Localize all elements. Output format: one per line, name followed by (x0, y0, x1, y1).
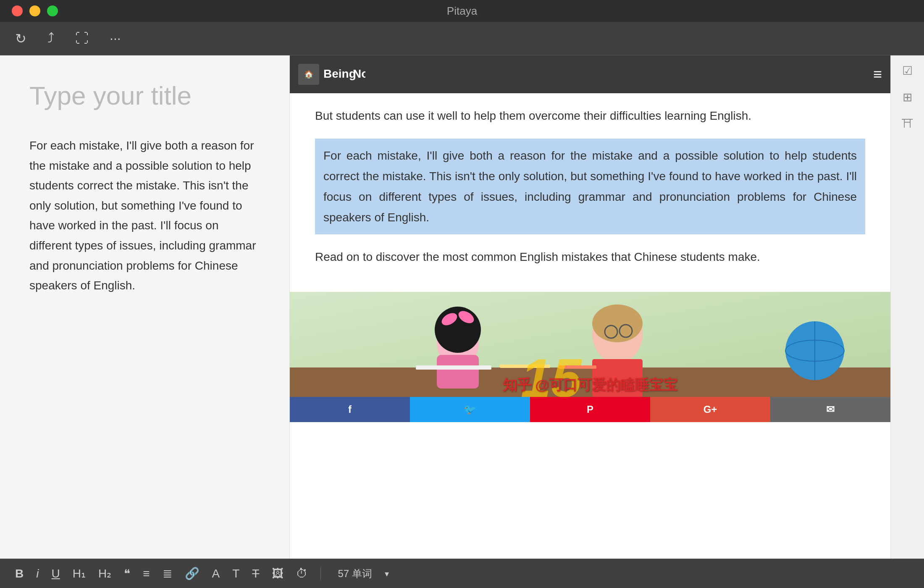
bottom-toolbar: B i U H₁ H₂ ❝ ≡ ≣ 🔗 A T T 🖼 ⏱ 57 单词 ▾ (0, 559, 924, 588)
word-count-label: 57 单词 (338, 567, 372, 580)
text-color-icon[interactable]: A (212, 567, 220, 580)
web-content: But students can use it well to help the… (290, 93, 890, 292)
web-panel: 🏠 Being Nomad ≡ But students can use it … (290, 55, 890, 559)
googleplus-share-button[interactable]: G+ (650, 397, 770, 422)
twitter-icon: 🐦 (464, 404, 476, 415)
web-header: 🏠 Being Nomad ≡ (290, 55, 890, 93)
close-button[interactable] (12, 5, 23, 16)
watermark: 知乎 @可口可爱的瞌睡宝宝 (290, 375, 890, 395)
svg-rect-20 (416, 365, 491, 370)
share-icon[interactable]: ⤴ (47, 31, 54, 46)
svg-text:Nomad: Nomad (353, 67, 365, 80)
checkbox-icon[interactable]: ☑ (902, 64, 913, 78)
pinterest-share-button[interactable]: P (530, 397, 650, 422)
main-layout: Type your title For each mistake, I'll g… (0, 55, 924, 559)
hamburger-menu-icon[interactable]: ≡ (873, 66, 882, 83)
image-icon[interactable]: 🖼 (272, 567, 284, 580)
facebook-icon: f (348, 404, 352, 415)
editor-body[interactable]: For each mistake, I'll give both a reaso… (29, 136, 260, 296)
right-sidebar: ☑ ⊞ ⛩ (890, 55, 924, 559)
googleplus-icon: G+ (704, 404, 717, 415)
ordered-list-icon[interactable]: ≡ (143, 567, 150, 580)
font-icon[interactable]: T (232, 567, 239, 580)
bold-icon[interactable]: B (15, 567, 24, 580)
svg-text:Being: Being (323, 67, 356, 80)
logo-svg: 🏠 Being Nomad (298, 62, 365, 87)
code-icon[interactable]: ⊞ (903, 90, 912, 104)
svg-text:🏠: 🏠 (304, 70, 314, 79)
editor-panel[interactable]: Type your title For each mistake, I'll g… (0, 55, 290, 559)
email-share-button[interactable]: ✉ (770, 397, 890, 422)
web-intro-text: But students can use it well to help the… (315, 106, 865, 126)
link-icon[interactable]: 🔗 (185, 567, 200, 580)
strikethrough-icon[interactable]: T (252, 567, 259, 580)
svg-point-14 (592, 304, 643, 342)
quote-icon[interactable]: ❝ (124, 567, 130, 580)
main-toolbar: ↻ ⤴ ⛶ ··· (0, 22, 924, 55)
social-share-bar: f 🐦 P G+ ✉ (290, 397, 890, 422)
word-count-dropdown-icon[interactable]: ▾ (385, 569, 389, 579)
h2-icon[interactable]: H₂ (98, 567, 111, 580)
toolbar-divider (320, 567, 321, 580)
email-icon: ✉ (826, 404, 835, 415)
editor-title-placeholder[interactable]: Type your title (29, 81, 260, 110)
app-title: Pitaya (447, 5, 477, 18)
h1-icon[interactable]: H₁ (73, 567, 86, 580)
minimize-button[interactable] (29, 5, 40, 16)
traffic-lights (12, 5, 58, 16)
pinterest-icon: P (587, 404, 593, 415)
intro-text-partial: But students can use it well to help the… (315, 109, 751, 122)
maximize-button[interactable] (47, 5, 58, 16)
website-logo: 🏠 Being Nomad (298, 62, 365, 87)
fullscreen-icon[interactable]: ⛶ (75, 31, 89, 46)
watermark-text: 知乎 @可口可爱的瞌睡宝宝 (503, 377, 678, 393)
refresh-icon[interactable]: ↻ (15, 31, 26, 47)
translate-icon[interactable]: ⛩ (902, 117, 914, 131)
web-highlighted-paragraph: For each mistake, I'll give both a reaso… (315, 139, 865, 234)
svg-point-9 (435, 307, 481, 353)
title-bar: Pitaya (0, 0, 924, 22)
more-icon[interactable]: ··· (110, 31, 121, 46)
underline-icon[interactable]: U (51, 567, 60, 580)
facebook-share-button[interactable]: f (290, 397, 410, 422)
twitter-share-button[interactable]: 🐦 (410, 397, 530, 422)
article-image: 15 知乎 @可口可爱的瞌睡宝宝 f 🐦 P G+ (290, 292, 890, 422)
web-readon-text: Read on to discover the most common Engl… (315, 247, 865, 267)
italic-icon[interactable]: i (36, 567, 39, 580)
unordered-list-icon[interactable]: ≣ (163, 567, 172, 580)
clock-icon[interactable]: ⏱ (296, 567, 308, 580)
